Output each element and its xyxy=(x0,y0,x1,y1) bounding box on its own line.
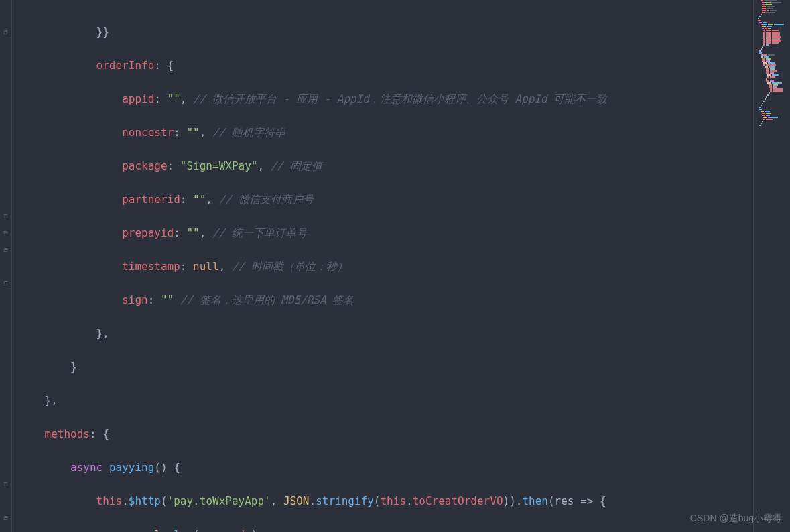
code-text: }} xyxy=(19,25,109,38)
minimap-content xyxy=(755,0,789,127)
fold-marker[interactable] xyxy=(0,7,11,23)
fold-marker[interactable]: ⊟ xyxy=(0,275,11,291)
fold-marker[interactable]: ⊟ xyxy=(0,208,11,224)
fold-marker[interactable]: ⊟ xyxy=(0,224,11,241)
fold-marker[interactable]: ⊟ xyxy=(0,476,11,492)
gutter: ⊟ ⊟ ⊟ ⊟ ⊟ ⊟ ⊟ xyxy=(0,0,12,532)
fold-marker[interactable]: ⊟ xyxy=(0,23,11,40)
fold-marker[interactable]: ⊟ xyxy=(0,509,11,526)
fold-marker[interactable]: ⊟ xyxy=(0,241,11,258)
code-content[interactable]: }} orderInfo: { appid: "", // 微信开放平台 - 应… xyxy=(12,0,753,532)
code-text: orderInfo xyxy=(19,59,154,72)
watermark: CSDN @造bug小霉霉 xyxy=(690,510,782,527)
code-editor: ⊟ ⊟ ⊟ ⊟ ⊟ ⊟ ⊟ }} orderInfo: { xyxy=(0,0,790,532)
minimap[interactable] xyxy=(753,0,790,532)
